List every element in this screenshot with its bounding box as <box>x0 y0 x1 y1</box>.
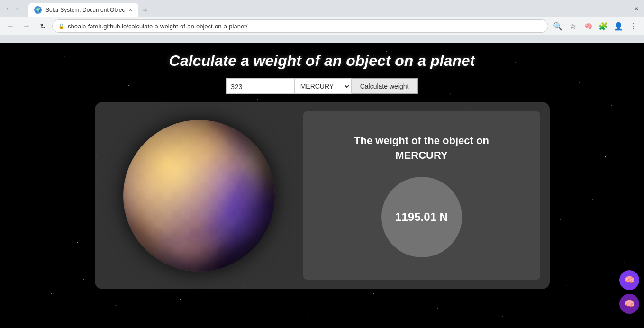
window-controls-right: ─ □ ✕ <box>610 5 640 12</box>
back-btn[interactable]: ← <box>4 19 17 33</box>
active-tab[interactable]: 🌍 Solar System: Document Objec ✕ <box>28 3 138 17</box>
back-history-btn[interactable]: ‹ <box>4 5 11 12</box>
tab-close-btn[interactable]: ✕ <box>128 7 133 13</box>
address-bar[interactable]: 🔒 shoaib-fateh.github.io/calculate-a-wei… <box>52 19 548 33</box>
result-panel: The weight of the object on MERCURY 1195… <box>95 102 550 289</box>
url-text: shoaib-fateh.github.io/calculate-a-weigh… <box>68 23 247 30</box>
result-title: The weight of the object on MERCURY <box>354 134 489 163</box>
result-title-planet: MERCURY <box>395 149 447 161</box>
result-info-area: The weight of the object on MERCURY 1195… <box>303 111 540 280</box>
result-value: 1195.01 N <box>395 210 448 224</box>
brainly-float-btn-1[interactable]: 🧠 <box>619 270 639 290</box>
result-circle: 1195.01 N <box>381 177 462 257</box>
page-title-section: Calculate a weight of an object on a pla… <box>0 43 644 78</box>
toolbar-actions: 🔍 ☆ 🧠 🧩 👤 ⋮ <box>551 19 640 33</box>
extensions-btn[interactable]: 🧩 <box>597 19 610 33</box>
window-controls: ‹ › <box>4 5 21 12</box>
zoom-btn[interactable]: 🔍 <box>551 19 564 33</box>
tab-title: Solar System: Document Objec <box>45 7 125 13</box>
brainly-ext-btn[interactable]: 🧠 <box>581 19 595 33</box>
refresh-btn[interactable]: ↻ <box>36 19 49 33</box>
title-bar: ‹ › 🌍 Solar System: Document Objec ✕ + ─… <box>0 0 644 17</box>
brainly-float-btn-2[interactable]: 🧠 <box>619 294 639 314</box>
result-title-line1: The weight of the object on <box>354 135 489 146</box>
tab-favicon: 🌍 <box>34 6 42 14</box>
tab-bar: 🌍 Solar System: Document Objec ✕ + <box>25 0 606 17</box>
planet-image <box>123 120 275 272</box>
calculate-button[interactable]: Calculate weight <box>352 78 418 94</box>
bookmark-btn[interactable]: ☆ <box>566 19 580 33</box>
menu-btn[interactable]: ⋮ <box>627 19 640 33</box>
toolbar: ← → ↻ 🔒 shoaib-fateh.github.io/calculate… <box>0 17 644 35</box>
planet-image-area <box>95 102 303 289</box>
page-heading: Calculate a weight of an object on a pla… <box>0 52 644 70</box>
new-tab-button[interactable]: + <box>138 4 152 17</box>
profile-btn[interactable]: 👤 <box>612 19 625 33</box>
weight-input[interactable] <box>226 78 295 94</box>
maximize-btn[interactable]: □ <box>621 5 629 12</box>
floating-buttons: 🧠 🧠 <box>619 270 639 314</box>
planet-select[interactable]: MERCURY VENUS EARTH MARS JUPITER SATURN … <box>295 78 352 94</box>
page-content: Calculate a weight of an object on a pla… <box>0 43 644 328</box>
close-btn[interactable]: ✕ <box>633 5 640 12</box>
browser-chrome: ‹ › 🌍 Solar System: Document Objec ✕ + ─… <box>0 0 644 43</box>
controls-row: MERCURY VENUS EARTH MARS JUPITER SATURN … <box>0 78 644 94</box>
forward-btn[interactable]: → <box>20 19 33 33</box>
lock-icon: 🔒 <box>58 23 65 29</box>
forward-history-btn[interactable]: › <box>13 5 21 12</box>
minimize-btn[interactable]: ─ <box>610 5 617 12</box>
